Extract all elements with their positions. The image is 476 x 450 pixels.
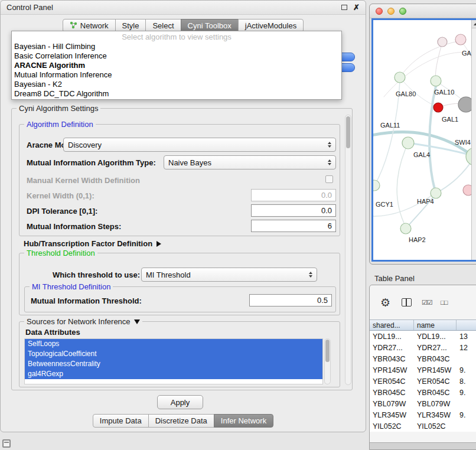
attributes-scrollbar[interactable] (324, 338, 331, 384)
canvas-scrollbar[interactable] (471, 20, 476, 260)
tab-discretize-data[interactable]: Discretize Data (148, 414, 214, 428)
table-panel-title: Table Panel (374, 274, 415, 283)
combo-value: Naive Bayes (168, 158, 211, 167)
table-row[interactable]: YBR045CYBR045C9. (370, 387, 476, 398)
float-window-icon[interactable] (341, 5, 347, 10)
network-node[interactable] (438, 37, 447, 47)
table-row[interactable]: YDR27...YDR27...12 (370, 342, 476, 353)
sources-group: Sources for Network Inference Data Attri… (19, 321, 340, 387)
column-header-name[interactable]: name (414, 320, 457, 330)
select-all-icon[interactable]: ☑☑ (422, 299, 432, 306)
network-canvas[interactable]: GAL80GAL10GAL8GAL11GAL1SWI4GAL4GCY1HAP4H… (371, 18, 476, 262)
dropdown-item-bayesian-k2[interactable]: Bayesian - K2 (12, 80, 341, 89)
network-node[interactable] (431, 76, 441, 86)
kernel-width-field[interactable]: 0.0 (251, 189, 336, 201)
dropdown-item-basic-correlation[interactable]: Basic Correlation Inference (12, 51, 341, 61)
network-node[interactable] (433, 103, 443, 112)
tab-label: Network (80, 21, 109, 30)
zoom-traffic-light[interactable] (399, 8, 406, 15)
sources-group-title: Sources for Network Inference (27, 317, 131, 326)
dropdown-item-bayesian-hill-climbing[interactable]: Bayesian - Hill Climbing (12, 42, 341, 51)
mi-steps-field[interactable]: 6 (251, 220, 336, 232)
hub-definition-label: Hub/Transcription Factor Definition (24, 239, 152, 248)
network-node-label: GAL10 (434, 89, 454, 96)
network-node[interactable] (402, 137, 414, 149)
mi-type-combo[interactable]: Naive Bayes (164, 155, 336, 169)
list-item-selfloops[interactable]: SelfLoops (25, 339, 322, 349)
screen: Control Panel ✗ Network (0, 0, 476, 450)
network-node[interactable] (431, 188, 441, 198)
table-cell: 9. (457, 389, 476, 397)
network-node-label: HAP2 (409, 236, 426, 243)
columns-icon[interactable] (402, 298, 412, 306)
dropdown-item-dream8[interactable]: Dream8 DC_TDC Algorithm (12, 89, 341, 99)
column-header-shared-name[interactable]: shared... (370, 320, 414, 330)
panel-title: Control Panel (6, 3, 53, 12)
table-row[interactable]: YIL052CYIL052C (370, 420, 476, 432)
dropdown-item-mutual-information[interactable]: Mutual Information Inference (12, 70, 341, 80)
table-row[interactable]: YBL079WYBL079W (370, 398, 476, 409)
data-attributes-list: SelfLoops TopologicalCoefficient Between… (24, 338, 323, 384)
list-item-betweennesscentrality[interactable]: BetweennessCentrality (25, 359, 322, 369)
bottom-tabbar: Impute Data Discretize Data Infer Networ… (1, 414, 366, 428)
network-node-label: HAP4 (417, 198, 434, 205)
tab-label: Discretize Data (155, 416, 207, 425)
scrollbar-thumb[interactable] (325, 340, 330, 362)
table-cell: 9. (457, 366, 476, 374)
manual-kernel-label: Manual Kernel Width Definition (27, 176, 140, 185)
control-panel-titlebar: Control Panel ✗ (1, 1, 366, 15)
network-node-label: GAL4 (413, 151, 430, 158)
network-node[interactable] (373, 180, 380, 191)
tab-infer-network[interactable]: Infer Network (214, 414, 273, 428)
dropdown-item-aracne[interactable]: ARACNE Algorithm (12, 61, 341, 70)
close-icon[interactable]: ✗ (353, 4, 360, 11)
gear-icon[interactable]: ⚙ (380, 296, 390, 309)
minimize-traffic-light[interactable] (387, 8, 395, 15)
which-threshold-label: Which threshold to use: (53, 270, 140, 279)
table-cell: YER054C (370, 377, 414, 386)
table-footer-bar (370, 442, 476, 449)
list-item-gal4rgexp[interactable]: gal4RGexp (25, 369, 322, 379)
which-threshold-combo[interactable]: MI Threshold (141, 268, 317, 282)
table-cell: 9. (457, 411, 476, 419)
table-cell: YDL19... (370, 332, 414, 341)
close-traffic-light[interactable] (376, 8, 383, 15)
settings-group-title: Cyni Algorithm Settings (17, 104, 100, 113)
table-cell: YIL052C (414, 422, 457, 431)
scrollbar-thumb[interactable] (346, 116, 350, 148)
table-row[interactable]: YER054CYER054C8. (370, 376, 476, 387)
algorithm-definition-title: Algorithm Definition (24, 120, 96, 129)
settings-scrollbar[interactable] (345, 115, 351, 385)
table-cell: YLR345W (370, 411, 414, 419)
table-row[interactable]: YBR043CYBR043C (370, 353, 476, 364)
table-cell: 12 (457, 344, 476, 352)
tab-impute-data[interactable]: Impute Data (93, 414, 149, 428)
table-row[interactable]: YLR345WYLR345W9. (370, 409, 476, 420)
aracne-mode-combo[interactable]: Discovery (63, 138, 336, 152)
hub-definition-toggle[interactable]: Hub/Transcription Factor Definition (24, 239, 161, 248)
list-item-topologicalcoefficient[interactable]: TopologicalCoefficient (25, 349, 322, 359)
scroll-up-button[interactable] (472, 20, 476, 28)
deselect-all-icon[interactable]: □□ (441, 299, 447, 306)
mi-type-label: Mutual Information Algorithm Type: (27, 158, 156, 167)
network-node[interactable] (400, 223, 411, 234)
dpi-tolerance-field[interactable]: 0.0 (251, 204, 336, 217)
table-cell: YBL079W (414, 400, 457, 408)
manual-kernel-checkbox[interactable] (325, 175, 333, 183)
kernel-width-label: Kernel Width (0,1): (27, 191, 94, 200)
field-value: 0.5 (317, 296, 328, 305)
minimized-panel-icon[interactable] (2, 439, 11, 448)
data-attributes-label: Data Attributes (25, 328, 80, 337)
table-cell: YIL052C (370, 422, 414, 431)
column-header-extra[interactable] (457, 320, 476, 330)
table-cell: YLR345W (414, 411, 457, 419)
network-node[interactable] (455, 34, 466, 45)
sources-group-toggle[interactable]: Sources for Network Inference (24, 317, 142, 326)
table-row[interactable]: YPR145WYPR145W9. (370, 364, 476, 376)
network-node[interactable] (395, 72, 405, 83)
table-panel-window: ⚙ ☑☑ □□ shared... name YDL19...YDL19...1… (369, 285, 476, 450)
apply-button[interactable]: Apply (157, 395, 203, 409)
table-header: shared... name (370, 319, 476, 331)
mi-threshold-field[interactable]: 0.5 (249, 294, 332, 306)
table-row[interactable]: YDL19...YDL19...13 (370, 331, 476, 342)
